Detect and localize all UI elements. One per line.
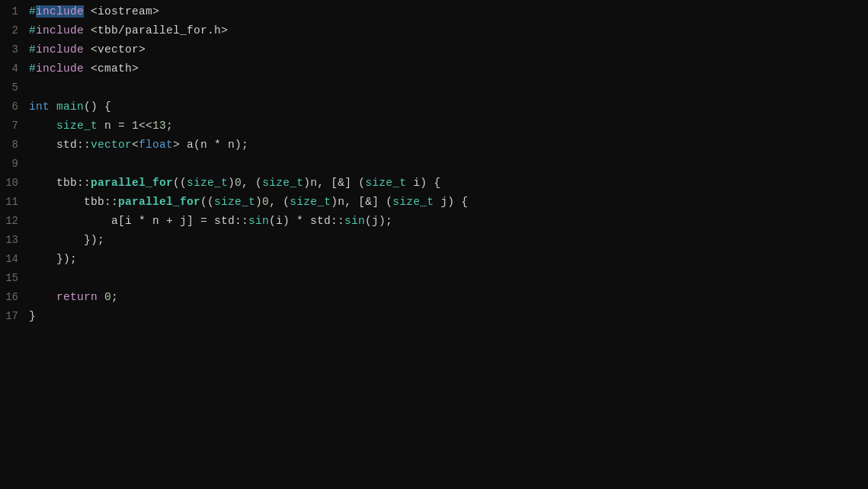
token: 0	[235, 177, 242, 189]
token: ::	[77, 139, 91, 151]
token: <iostream>	[84, 5, 159, 18]
line-number: 10	[0, 174, 29, 191]
token: sin	[248, 215, 269, 227]
token: main	[56, 101, 84, 113]
line-content: #include <tbb/parallel_for.h>	[29, 22, 860, 40]
token: #	[29, 62, 36, 75]
token: size_t	[187, 177, 228, 189]
token: <tbb/parallel_for.h>	[84, 24, 228, 37]
token: parallel_for	[118, 196, 200, 208]
token: #	[29, 24, 36, 37]
line-number: 13	[0, 232, 29, 248]
token: ((	[173, 177, 187, 189]
token: tbb::	[29, 177, 91, 189]
token: )	[228, 177, 235, 189]
token: )n, [&] (	[303, 177, 365, 189]
token: std	[56, 139, 77, 151]
line-number: 7	[0, 117, 29, 134]
token: )	[255, 196, 262, 208]
line-number: 15	[0, 270, 29, 286]
line-content: #include <cmath>	[29, 60, 860, 78]
line-content: return 0;	[29, 289, 860, 306]
token: (i) * std::	[269, 215, 344, 227]
line-content: tbb::parallel_for((size_t)0, (size_t)n, …	[29, 193, 860, 211]
token: (j);	[365, 215, 392, 227]
token: include	[36, 62, 84, 75]
code-line: 12 a[i * n + j] = std::sin(i) * std::sin…	[0, 213, 868, 232]
line-number: 6	[0, 98, 29, 115]
code-line: 16 return 0;	[0, 289, 868, 308]
token: >	[173, 139, 180, 151]
token: });	[29, 253, 77, 265]
line-number: 14	[0, 251, 29, 267]
token: size_t	[290, 196, 331, 208]
line-content: });	[29, 232, 860, 249]
token	[50, 101, 56, 113]
code-line: 1#include <iostream>	[0, 3, 868, 22]
token: parallel_for	[91, 177, 173, 189]
code-line: 3#include <vector>	[0, 41, 868, 60]
token: <cmath>	[84, 62, 139, 75]
line-content	[29, 155, 860, 173]
code-line: 17}	[0, 308, 868, 327]
line-content: size_t n = 1<<13;	[29, 117, 860, 135]
code-line: 5	[0, 79, 868, 98]
code-line: 13 });	[0, 232, 868, 251]
line-content: #include <vector>	[29, 41, 860, 59]
line-content: int main() {	[29, 98, 860, 116]
line-content: }	[29, 308, 860, 325]
token: 0	[262, 196, 269, 208]
token: a[i * n + j] = std::	[29, 215, 248, 227]
line-number: 8	[0, 136, 29, 153]
line-content	[29, 270, 860, 287]
token: i) {	[406, 177, 440, 189]
line-number: 3	[0, 41, 29, 58]
token: () {	[84, 101, 111, 113]
code-line: 10 tbb::parallel_for((size_t)0, (size_t)…	[0, 174, 868, 193]
token: tbb::	[29, 196, 118, 208]
line-content: a[i * n + j] = std::sin(i) * std::sin(j)…	[29, 213, 860, 230]
token: n =	[98, 120, 132, 132]
code-line: 4#include <cmath>	[0, 60, 868, 79]
line-number: 16	[0, 289, 29, 305]
token: ;	[111, 291, 118, 303]
token: size_t	[56, 120, 98, 132]
code-editor: 1#include <iostream>2#include <tbb/paral…	[0, 0, 868, 489]
token: size_t	[214, 196, 255, 208]
line-number: 9	[0, 155, 29, 172]
token: include	[36, 43, 84, 56]
token: float	[139, 139, 173, 151]
line-content: #include <iostream>	[29, 3, 860, 21]
line-number: 5	[0, 79, 29, 96]
token: size_t	[392, 196, 434, 208]
token: #	[29, 5, 36, 18]
code-line: 11 tbb::parallel_for((size_t)0, (size_t)…	[0, 193, 868, 213]
token: 0	[104, 291, 111, 303]
token: ((	[200, 196, 214, 208]
token: 13	[152, 120, 166, 132]
code-line: 6int main() {	[0, 98, 868, 117]
line-content: std::vector<float> a(n * n);	[29, 136, 860, 154]
token: <vector>	[84, 43, 146, 56]
token: 1	[132, 120, 139, 132]
token: ;	[166, 120, 173, 132]
line-number: 4	[0, 60, 29, 77]
token: include	[36, 24, 84, 37]
line-number: 11	[0, 193, 29, 210]
code-line: 9	[0, 155, 868, 174]
token	[29, 139, 56, 151]
token: vector	[91, 139, 132, 151]
line-number: 12	[0, 213, 29, 229]
line-number: 17	[0, 308, 29, 324]
token: include	[36, 5, 84, 18]
token: j) {	[434, 196, 468, 208]
line-number: 1	[0, 3, 29, 20]
token: size_t	[365, 177, 406, 189]
token	[29, 291, 56, 303]
token	[98, 291, 104, 303]
token: <	[132, 139, 139, 151]
code-line: 14 });	[0, 251, 868, 270]
code-line: 2#include <tbb/parallel_for.h>	[0, 22, 868, 41]
token: return	[56, 291, 98, 303]
token: )n, [&] (	[331, 196, 392, 208]
